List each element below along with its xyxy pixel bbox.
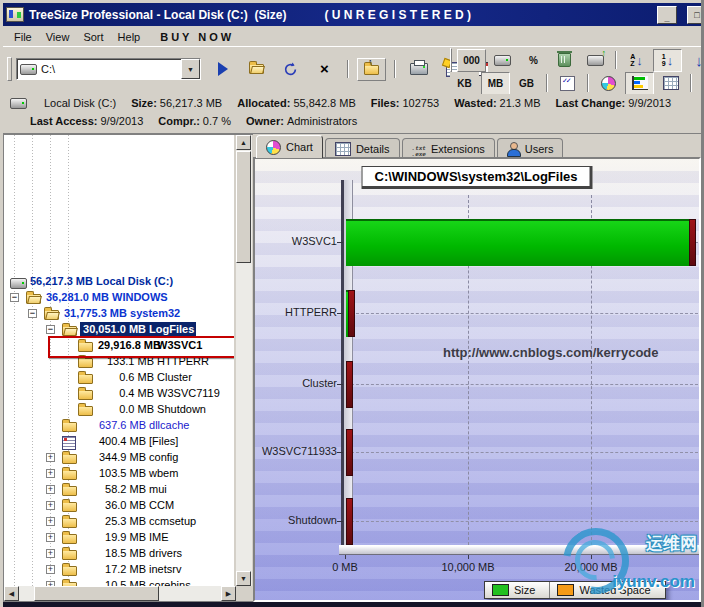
bar-W3SVC711933[interactable] xyxy=(346,429,353,476)
tree-item-drivers[interactable]: +18.5 MB drivers xyxy=(4,546,234,562)
drive-icon xyxy=(10,98,27,109)
tree-item-label: 0.4 MB W3SVC7119 xyxy=(96,386,222,401)
tab-extensions[interactable]: .txt.exeExtensions xyxy=(402,138,495,158)
bar-Shutdown[interactable] xyxy=(346,498,353,545)
scroll-left-button[interactable]: ◀ xyxy=(4,586,19,601)
tree-item-inetsrv[interactable]: +17.2 MB inetsrv xyxy=(4,562,234,578)
category-tick xyxy=(337,242,343,243)
bar-chart-view-button[interactable] xyxy=(625,72,654,95)
sort-by-size-button[interactable]: 19↓ xyxy=(653,49,682,72)
show-values-button[interactable]: 000 xyxy=(457,49,486,72)
expand-plus-box[interactable]: + xyxy=(46,453,55,462)
tree-item-ccmsetup[interactable]: +25.3 MB ccmsetup xyxy=(4,514,234,530)
tree-item-dllcache[interactable]: 637.6 MB dllcache xyxy=(4,418,234,434)
folder-open-icon xyxy=(26,291,41,306)
minimize-button[interactable]: _ xyxy=(657,6,677,24)
tree-item-config[interactable]: +344.9 MB config xyxy=(4,450,234,466)
gridline-horizontal xyxy=(346,384,698,385)
expand-plus-box[interactable]: + xyxy=(46,533,55,542)
sort-by-name-button[interactable]: AZ↓ xyxy=(622,49,651,72)
tab-users[interactable]: Users xyxy=(497,138,564,158)
expand-minus-box[interactable]: − xyxy=(10,293,19,302)
details-view-button[interactable] xyxy=(656,72,685,95)
gridline-horizontal xyxy=(346,313,698,314)
bar-Cluster[interactable] xyxy=(346,361,353,408)
scroll-up-button[interactable]: ▲ xyxy=(236,135,251,150)
wasted-space-button[interactable] xyxy=(550,49,579,72)
tree-item-label: 19.9 MB IME xyxy=(80,530,171,545)
bar-HTTPERR[interactable] xyxy=(346,290,355,337)
expand-plus-box[interactable]: + xyxy=(46,565,55,574)
menu-sort[interactable]: Sort xyxy=(76,29,110,45)
files-icon xyxy=(62,435,76,450)
scroll-down-button[interactable]: ▼ xyxy=(236,571,251,586)
allocated-space-button[interactable] xyxy=(488,49,517,72)
scroll-thumb[interactable] xyxy=(236,151,251,263)
maximize-button[interactable]: □ xyxy=(687,6,704,24)
legend-size: Size xyxy=(485,582,550,598)
scrollbar-corner xyxy=(236,586,252,601)
folder-icon xyxy=(78,371,93,386)
print-button[interactable] xyxy=(404,58,433,81)
unit-kb-button[interactable]: KB xyxy=(450,72,479,95)
refresh-button[interactable] xyxy=(276,58,305,81)
bar-wasted-segment xyxy=(346,429,353,476)
info-size: Size:56,217.3 MB xyxy=(131,97,222,109)
title-bar[interactable]: TreeSize Professional - Local Disk (C:) … xyxy=(3,3,701,26)
tree-item-Cluster[interactable]: 0.6 MB Cluster xyxy=(4,370,234,386)
unit-mb-button[interactable]: MB xyxy=(481,72,510,95)
tree-item-Files[interactable]: 400.4 MB [Files] xyxy=(4,434,234,450)
file-search-button[interactable] xyxy=(697,72,704,95)
tab-details[interactable]: Details xyxy=(325,138,400,158)
tree-horizontal-scrollbar[interactable]: ◀▶ xyxy=(4,586,236,601)
chart-panel: ChartDetails.txt.exeExtensionsUsers 0 MB… xyxy=(253,134,701,602)
tree-item-W3SVC7119[interactable]: 0.4 MB W3SVC7119 xyxy=(4,386,234,402)
expand-plus-box[interactable]: + xyxy=(46,485,55,494)
tree-item-WINDOWS[interactable]: −36,281.0 MB WINDOWS xyxy=(4,290,234,306)
expand-plus-box[interactable]: + xyxy=(46,549,55,558)
menu-buy-now[interactable]: BUY NOW xyxy=(153,29,241,45)
expand-minus-box[interactable]: − xyxy=(28,309,37,318)
menu-help[interactable]: Help xyxy=(111,29,148,45)
expand-minus-box[interactable]: − xyxy=(46,325,55,334)
expand-plus-box[interactable]: + xyxy=(46,469,55,478)
scroll-right-button[interactable]: ▶ xyxy=(221,586,236,601)
combo-dropdown-button[interactable]: ▼ xyxy=(181,59,200,79)
tab-chart[interactable]: Chart xyxy=(256,135,323,158)
tree-vertical-scrollbar[interactable]: ▲▼ xyxy=(236,135,252,586)
unit-gb-button[interactable]: GB xyxy=(512,72,541,95)
abort-delete-button[interactable]: × xyxy=(310,58,339,81)
tree-item-mui[interactable]: +58.2 MB mui xyxy=(4,482,234,498)
path-combobox[interactable]: C:\ ▼ xyxy=(16,58,201,80)
tree-item-Shutdown[interactable]: 0.0 MB Shutdown xyxy=(4,402,234,418)
tree-item-system32[interactable]: −31,775.3 MB system32 xyxy=(4,306,234,322)
options-button[interactable] xyxy=(553,72,582,95)
legend-swatch-icon xyxy=(492,584,509,596)
parent-folder-button[interactable]: ↑ xyxy=(357,58,386,81)
expand-plus-box[interactable]: + xyxy=(46,501,55,510)
bar-W3SVC1[interactable] xyxy=(346,219,696,266)
start-scan-button[interactable] xyxy=(208,58,237,81)
window-title: TreeSize Professional - Local Disk (C:) … xyxy=(29,8,286,22)
watermark-blog-url: http://www.cnblogs.com/kerrycode xyxy=(443,345,659,360)
tree-item-CCM[interactable]: +36.0 MB CCM xyxy=(4,498,234,514)
folder-icon xyxy=(62,419,77,434)
toolbar-gripper[interactable] xyxy=(7,57,12,81)
expand-tree-button[interactable]: ↓ xyxy=(684,49,704,72)
pie-chart-icon xyxy=(601,76,616,91)
recycle-bin-icon xyxy=(558,53,571,67)
scan-results-button[interactable] xyxy=(581,49,610,72)
tree-item-IME[interactable]: +19.9 MB IME xyxy=(4,530,234,546)
menu-file[interactable]: File xyxy=(7,29,39,45)
percent-button[interactable]: % xyxy=(519,49,548,72)
tree-item-wbem[interactable]: +103.5 MB wbem xyxy=(4,466,234,482)
toolbar-gripper[interactable] xyxy=(450,48,452,72)
chart-title: C:\WINDOWS\system32\LogFiles xyxy=(362,166,593,189)
menu-view[interactable]: View xyxy=(39,29,77,45)
expand-plus-box[interactable]: + xyxy=(46,517,55,526)
pie-chart-view-button[interactable] xyxy=(594,72,623,95)
scroll-thumb[interactable] xyxy=(34,586,159,601)
open-folder-button[interactable] xyxy=(242,58,271,81)
tree-item-LocalDiskC[interactable]: 56,217.3 MB Local Disk (C:) xyxy=(4,274,234,290)
tree-item-corebins[interactable]: +10.5 MB corebins xyxy=(4,578,234,586)
